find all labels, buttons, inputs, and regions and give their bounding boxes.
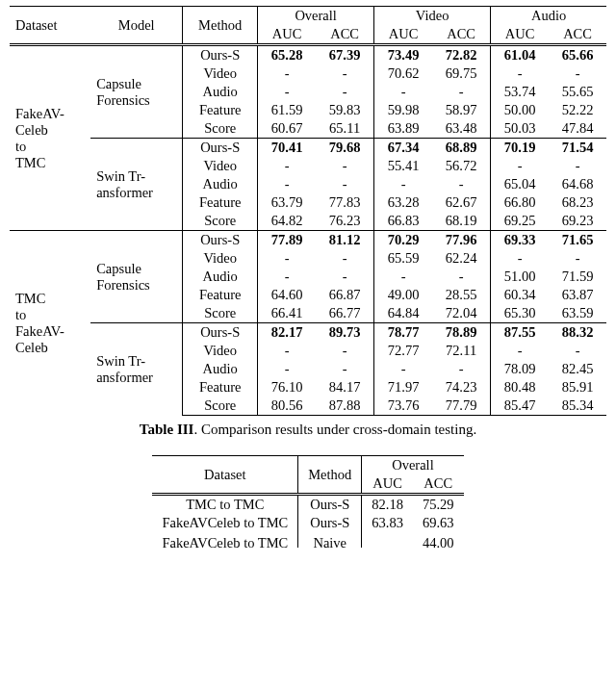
value-cell: 69.63 xyxy=(413,514,464,532)
table-row: Swin Tr-ansformerOurs-S70.4179.6867.3468… xyxy=(10,139,606,158)
col2-method: Method xyxy=(298,456,362,495)
value-cell: 64.68 xyxy=(549,175,606,193)
value-cell: 58.97 xyxy=(432,101,491,119)
value-cell: 82.17 xyxy=(258,323,317,343)
dataset-cell: TMC to TMC xyxy=(152,495,297,515)
method-cell: Feature xyxy=(183,101,258,119)
value-cell: 70.19 xyxy=(491,139,550,158)
value-cell: 56.72 xyxy=(432,157,491,175)
col-audio-auc: AUC xyxy=(491,25,550,45)
method-cell: Feature xyxy=(183,193,258,212)
value-cell: 69.23 xyxy=(549,212,606,231)
value-cell: - xyxy=(258,268,317,286)
value-cell: - xyxy=(491,342,550,360)
value-cell: 87.55 xyxy=(491,323,550,343)
value-cell: - xyxy=(258,83,317,101)
method-cell: Score xyxy=(183,212,258,231)
value-cell: 75.29 xyxy=(413,495,464,515)
method-cell: Video xyxy=(183,342,258,360)
value-cell: - xyxy=(491,64,550,83)
value-cell: 28.55 xyxy=(432,286,491,304)
col-dataset: Dataset xyxy=(10,7,90,45)
col-video-acc: ACC xyxy=(432,25,491,45)
col-model: Model xyxy=(90,7,183,45)
value-cell: - xyxy=(316,268,374,286)
col2-overall: Overall xyxy=(362,456,464,475)
value-cell: 65.59 xyxy=(374,249,433,268)
value-cell: 65.11 xyxy=(316,119,374,139)
value-cell: - xyxy=(491,249,550,268)
value-cell: 63.83 xyxy=(362,514,413,532)
model-cell: Swin Tr-ansformer xyxy=(90,139,183,231)
value-cell: 52.22 xyxy=(549,101,606,119)
col-video-auc: AUC xyxy=(374,25,433,45)
method-cell: Audio xyxy=(183,175,258,193)
value-cell: 88.32 xyxy=(549,323,606,343)
value-cell: 82.18 xyxy=(362,495,413,515)
value-cell: 73.49 xyxy=(374,45,433,65)
method-cell: Score xyxy=(183,397,258,416)
value-cell: 59.98 xyxy=(374,101,433,119)
dataset-cell: FakeAVCeleb to TMC xyxy=(152,514,297,532)
value-cell: 64.60 xyxy=(258,286,317,304)
value-cell: 70.41 xyxy=(258,139,317,158)
caption-text: . Comparison results under cross-domain … xyxy=(193,422,476,437)
value-cell: - xyxy=(316,157,374,175)
method-cell: Feature xyxy=(183,286,258,304)
value-cell: 69.25 xyxy=(491,212,550,231)
value-cell: 59.83 xyxy=(316,101,374,119)
value-cell: - xyxy=(549,64,606,83)
value-cell: 63.48 xyxy=(432,119,491,139)
value-cell: 78.77 xyxy=(374,323,433,343)
value-cell: 53.74 xyxy=(491,83,550,101)
value-cell: - xyxy=(549,342,606,360)
value-cell: 63.79 xyxy=(258,193,317,212)
value-cell: 64.82 xyxy=(258,212,317,231)
value-cell: 72.82 xyxy=(432,45,491,65)
value-cell: 61.04 xyxy=(491,45,550,65)
value-cell: 66.80 xyxy=(491,193,550,212)
value-cell: 79.68 xyxy=(316,139,374,158)
value-cell: 87.88 xyxy=(316,397,374,416)
value-cell: 77.83 xyxy=(316,193,374,212)
value-cell: - xyxy=(316,342,374,360)
value-cell: 89.73 xyxy=(316,323,374,343)
table-row: TMCtoFakeAV-CelebCapsuleForensicsOurs-S7… xyxy=(10,231,606,250)
value-cell: - xyxy=(432,83,491,101)
value-cell: 63.59 xyxy=(549,304,606,323)
value-cell: 71.54 xyxy=(549,139,606,158)
value-cell: 60.67 xyxy=(258,119,317,139)
value-cell: - xyxy=(432,268,491,286)
col-overall-acc: ACC xyxy=(316,25,374,45)
value-cell: 50.03 xyxy=(491,119,550,139)
value-cell: 63.87 xyxy=(549,286,606,304)
value-cell: 60.34 xyxy=(491,286,550,304)
value-cell: - xyxy=(549,157,606,175)
method-cell: Video xyxy=(183,157,258,175)
value-cell: 69.75 xyxy=(432,64,491,83)
value-cell: 63.28 xyxy=(374,193,433,212)
value-cell: 74.23 xyxy=(432,378,491,397)
value-cell: 78.89 xyxy=(432,323,491,343)
col2-auc: AUC xyxy=(362,474,413,495)
value-cell: - xyxy=(374,83,433,101)
col2-acc: ACC xyxy=(413,474,464,495)
value-cell: - xyxy=(258,342,317,360)
value-cell: 55.65 xyxy=(549,83,606,101)
value-cell: - xyxy=(491,157,550,175)
method-cell: Video xyxy=(183,249,258,268)
value-cell: - xyxy=(258,64,317,83)
value-cell: 51.00 xyxy=(491,268,550,286)
method-cell: Ours-S xyxy=(183,323,258,343)
method-cell: Score xyxy=(183,119,258,139)
value-cell: 65.30 xyxy=(491,304,550,323)
value-cell: 68.89 xyxy=(432,139,491,158)
value-cell: 85.34 xyxy=(549,397,606,416)
value-cell: - xyxy=(374,360,433,378)
method-cell: Ours-S xyxy=(183,139,258,158)
value-cell: 73.76 xyxy=(374,397,433,416)
value-cell: - xyxy=(258,360,317,378)
value-cell: 77.89 xyxy=(258,231,317,250)
value-cell: 69.33 xyxy=(491,231,550,250)
value-cell: 61.59 xyxy=(258,101,317,119)
